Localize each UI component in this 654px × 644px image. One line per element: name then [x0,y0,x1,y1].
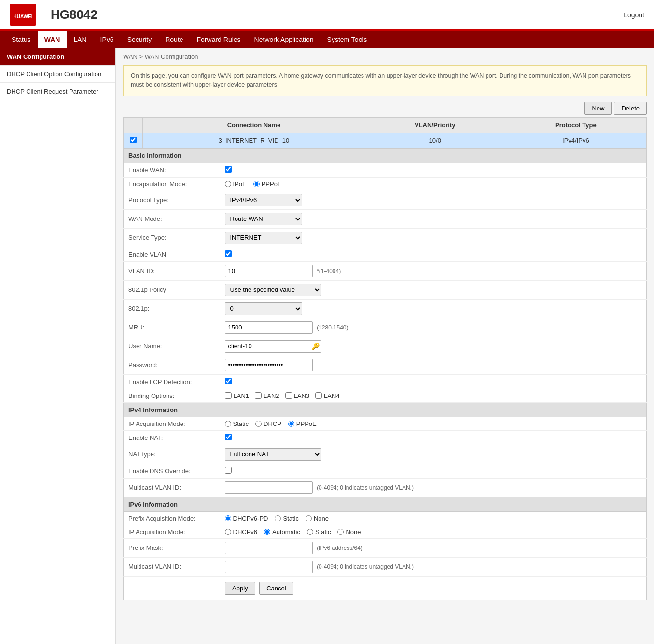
prefix-static-option[interactable]: Static [275,515,299,522]
ipv6-dhcpv6-option[interactable]: DHCPv6 [225,528,258,535]
svg-text:HUAWEI: HUAWEI [14,14,33,19]
ipv6-acq-label: IP Acquisition Mode: [124,525,220,538]
prefix-dhcpv6pd-radio[interactable] [225,515,231,521]
password-label: Password: [124,356,220,374]
ipv4-multicast-vlan-label: Multicast VLAN ID: [124,478,220,497]
delete-button[interactable]: Delete [614,102,647,115]
logout-button[interactable]: Logout [619,9,649,21]
vlan-id-input[interactable] [225,265,313,277]
lcp-checkbox[interactable] [225,378,232,384]
encapsulation-ipoe-option[interactable]: IPoE [225,180,247,188]
prefix-dhcpv6pd-option[interactable]: DHCPv6-PD [225,515,268,522]
row-checkbox[interactable] [130,137,137,143]
apply-button[interactable]: Apply [225,582,255,595]
encapsulation-ipoe-radio[interactable] [225,181,231,187]
ipv6-automatic-radio[interactable] [264,529,270,535]
prefix-mask-hint: (IPv6 address/64) [317,545,362,551]
nav-forward-rules[interactable]: Forward Rules [190,31,248,48]
mru-label: MRU: [124,318,220,337]
vlan-id-label: VLAN ID: [124,261,220,280]
lan1-checkbox[interactable] [225,392,232,399]
lan2-checkbox[interactable] [255,392,262,399]
binding-lan2[interactable]: LAN2 [255,392,279,399]
service-type-select[interactable]: INTERNET [225,232,302,244]
ipv6-info-header: IPv6 Information [123,497,647,512]
ipv6-static-option[interactable]: Static [307,528,331,535]
protocol-type-cell: IPv4/IPv6 [505,133,646,148]
info-box: On this page, you can configure WAN port… [123,65,647,96]
nat-type-label: NAT type: [124,445,220,464]
ipv6-multicast-vlan-input[interactable] [225,561,313,573]
sidebar-item-dhcp-option[interactable]: DHCP Client Option Configuration [0,66,115,83]
nav-lan[interactable]: LAN [67,31,93,48]
prefix-static-radio[interactable] [275,515,281,521]
col-protocol-type: Protocol Type [505,117,646,133]
policy-select[interactable]: Use the specified value Copy inner prior… [225,284,321,296]
encapsulation-pppoe-radio[interactable] [253,181,260,187]
huawei-logo: HUAWEI [10,4,36,26]
col-connection-name: Connection Name [143,117,365,133]
ipv4-static-radio[interactable] [225,421,231,427]
ipv6-multicast-vlan-row: Multicast VLAN ID: (0-4094; 0 indicates … [124,557,647,576]
lan4-checkbox[interactable] [315,392,322,399]
policy-row: 802.1p Policy: Use the specified value C… [124,280,647,299]
ipv4-dhcp-radio[interactable] [255,421,262,427]
ipv4-dhcp-option[interactable]: DHCP [255,420,281,427]
encapsulation-radio-group: IPoE PPPoE [225,180,642,188]
prefix-acq-label: Prefix Acquisition Mode: [124,512,220,525]
ipv4-pppoe-option[interactable]: PPPoE [288,420,317,427]
ipv4-info-header: IPv4 Information [123,403,647,417]
nav-ipv6[interactable]: IPv6 [94,31,121,48]
wan-mode-select[interactable]: Route WAN Bridge WAN [225,213,302,225]
mru-input[interactable] [225,321,313,334]
prefix-mask-input[interactable] [225,542,313,554]
username-input[interactable] [225,340,321,353]
ipv4-multicast-vlan-hint: (0-4094; 0 indicates untagged VLAN.) [317,484,414,491]
enable-wan-checkbox[interactable] [225,166,232,173]
prefix-none-option[interactable]: None [306,515,329,522]
nav-system-tools[interactable]: System Tools [320,31,374,48]
dns-override-checkbox[interactable] [225,467,232,474]
dot1p-row: 802.1p: 0123 4567 [124,299,647,318]
encapsulation-pppoe-option[interactable]: PPPoE [253,180,282,188]
binding-lan3[interactable]: LAN3 [285,392,310,399]
nav-network-application[interactable]: Network Application [248,31,320,48]
ipv6-static-radio[interactable] [307,529,313,535]
new-button[interactable]: New [584,102,612,115]
enable-wan-label: Enable WAN: [124,163,220,178]
nav-wan[interactable]: WAN [38,31,67,48]
cancel-button[interactable]: Cancel [259,582,293,595]
sidebar-item-dhcp-request[interactable]: DHCP Client Request Parameter [0,83,115,100]
nav-route[interactable]: Route [158,31,190,48]
ipv6-multicast-vlan-label: Multicast VLAN ID: [124,557,220,576]
prefix-none-radio[interactable] [306,515,312,521]
nat-type-row: NAT type: Full cone NAT Restricted cone … [124,445,647,464]
username-row: User Name: 🔑 [124,337,647,356]
sidebar-item-wan-config[interactable]: WAN Configuration [0,48,115,66]
ipv6-automatic-option[interactable]: Automatic [264,528,300,535]
enable-vlan-checkbox[interactable] [225,250,232,257]
nav-security[interactable]: Security [121,31,159,48]
ipv6-acq-radio-group: DHCPv6 Automatic Static None [225,528,642,535]
col-vlan-priority: VLAN/Priority [365,117,505,133]
key-icon: 🔑 [311,343,320,350]
protocol-type-select[interactable]: IPv4/IPv6 [225,194,302,206]
lan3-checkbox[interactable] [285,392,292,399]
ipv4-static-option[interactable]: Static [225,420,249,427]
dot1p-select[interactable]: 0123 4567 [225,302,302,315]
ipv6-none-option[interactable]: None [337,528,361,535]
ipv6-none-radio[interactable] [337,529,344,535]
table-row[interactable]: 3_INTERNET_R_VID_10 10/0 IPv4/IPv6 [124,133,647,148]
logo-area: HUAWEI [5,0,41,29]
enable-nat-checkbox[interactable] [225,434,232,440]
ipv4-multicast-vlan-input[interactable] [225,481,313,494]
lcp-label: Enable LCP Detection: [124,374,220,389]
binding-label: Binding Options: [124,389,220,402]
password-input[interactable] [225,359,313,371]
ipv4-pppoe-radio[interactable] [288,421,294,427]
binding-lan1[interactable]: LAN1 [225,392,250,399]
binding-lan4[interactable]: LAN4 [315,392,340,399]
nat-type-select[interactable]: Full cone NAT Restricted cone NAT Port r… [225,448,321,461]
nav-status[interactable]: Status [5,31,38,48]
ipv6-dhcpv6-radio[interactable] [225,529,231,535]
